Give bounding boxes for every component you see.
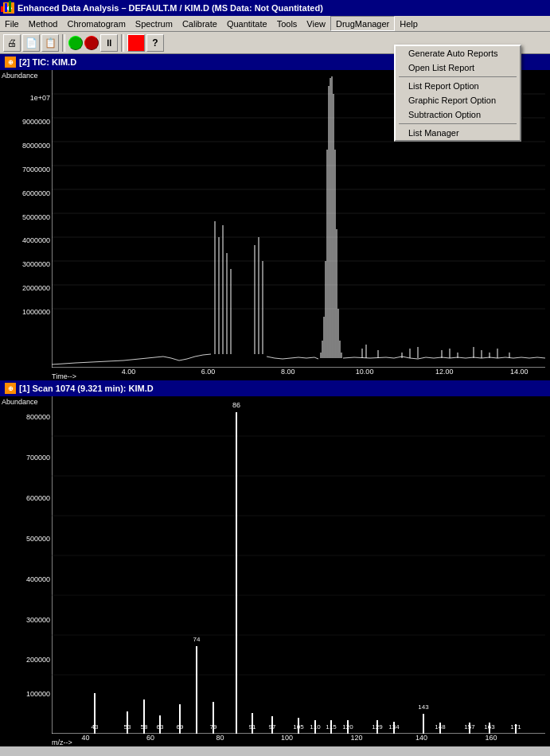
toolbar-print[interactable]: 🖨 [3, 34, 21, 52]
tic-panel-label: [2] TIC: KIM.D [19, 57, 76, 67]
menu-graphic-report-option[interactable]: Graphic Report Option [396, 93, 520, 107]
menu-quantitate[interactable]: Quantitate [222, 16, 272, 31]
menu-drugmanager[interactable]: DrugManager [330, 16, 395, 31]
menu-help[interactable]: Help [395, 16, 423, 31]
svg-text:53: 53 [124, 723, 131, 731]
menu-list-manager[interactable]: List Manager [396, 126, 520, 140]
menu-file[interactable]: File [0, 16, 24, 31]
scan-y-400k: 400000 [26, 575, 50, 583]
svg-text:129: 129 [372, 723, 383, 731]
svg-text:171: 171 [510, 723, 521, 731]
scan-x-60: 60 [146, 734, 154, 742]
tic-y-label-7m: 7000000 [22, 166, 50, 173]
app-title: Enhanced Data Analysis – DEFAULT.M / KIM… [18, 3, 323, 13]
scan-y-600k: 600000 [26, 494, 50, 502]
svg-text:74: 74 [193, 636, 201, 643]
svg-rect-2 [9, 1, 11, 12]
menu-method[interactable]: Method [24, 16, 63, 31]
tic-panel-icon: ⊕ [5, 57, 16, 68]
tic-y-label-2m: 2000000 [22, 284, 50, 292]
scan-x-title: m/z--> [52, 738, 72, 746]
scan-y-500k: 500000 [26, 535, 50, 543]
drugmanager-dropdown: Generate Auto Reports Open List Report L… [394, 45, 521, 142]
toolbar-red[interactable] [84, 36, 99, 50]
svg-text:148: 148 [435, 723, 446, 731]
menu-calibrate[interactable]: Calibrate [177, 16, 222, 31]
menu-bar: File Method Chromatogram Spectrum Calibr… [0, 16, 550, 32]
scan-svg: 43 53 58 63 69 74 79 86 91 97 [52, 396, 545, 734]
tic-x-label-12: 12.00 [435, 368, 454, 376]
scan-panel-label: [1] Scan 1074 (9.321 min): KIM.D [19, 384, 154, 393]
tic-y-label-1m: 1000000 [22, 308, 50, 316]
svg-text:86: 86 [232, 401, 240, 409]
scan-x-140: 140 [415, 734, 427, 742]
svg-text:120: 120 [342, 723, 353, 731]
tic-y-label-6m: 6000000 [22, 189, 50, 197]
toolbar-green[interactable] [68, 36, 83, 50]
toolbar-copy[interactable]: 📋 [41, 34, 59, 52]
scan-chart-container: Abundance 800000 700000 600000 500000 40… [0, 396, 550, 746]
toolbar-sep1 [62, 34, 65, 52]
title-bar: ◆ Enhanced Data Analysis – DEFAULT.M / K… [0, 0, 550, 16]
svg-text:63: 63 [157, 723, 164, 731]
svg-text:97: 97 [269, 723, 276, 731]
scan-panel-title-bar: ⊕ [1] Scan 1074 (9.321 min): KIM.D [0, 380, 550, 396]
tic-x-title: Time--> [52, 372, 76, 380]
scan-y-100k: 100000 [26, 690, 50, 698]
toolbar-pause[interactable]: ⏸ [100, 34, 118, 52]
svg-rect-1 [5, 3, 7, 12]
toolbar-new[interactable]: 📄 [22, 34, 40, 52]
scan-x-axis: m/z--> 40 60 80 100 120 140 160 [52, 734, 550, 746]
tic-y-title: Abundance [2, 72, 38, 80]
svg-text:134: 134 [388, 723, 400, 731]
svg-text:91: 91 [249, 723, 256, 731]
scan-y-700k: 700000 [26, 454, 50, 462]
tic-y-label-1e7: 1e+07 [30, 94, 50, 102]
tic-y-axis: Abundance 1e+07 9000000 8000000 7000000 … [0, 70, 52, 368]
scan-panel-icon: ⊕ [5, 383, 16, 394]
svg-text:43: 43 [92, 723, 99, 731]
tic-y-label-9m: 9000000 [22, 118, 50, 126]
scan-x-100: 100 [281, 734, 293, 742]
svg-text:105: 105 [293, 723, 304, 731]
scan-x-160: 160 [486, 734, 497, 742]
tic-x-label-6: 6.00 [201, 368, 216, 376]
svg-text:58: 58 [141, 723, 148, 731]
scan-y-800k: 800000 [26, 413, 50, 421]
svg-text:157: 157 [464, 723, 475, 731]
scan-x-80: 80 [216, 734, 224, 742]
tic-y-label-4m: 4000000 [22, 236, 50, 244]
svg-text:163: 163 [484, 723, 495, 731]
svg-text:115: 115 [326, 723, 337, 731]
svg-text:110: 110 [310, 723, 321, 731]
menu-list-report-option[interactable]: List Report Option [396, 79, 520, 93]
svg-text:69: 69 [177, 723, 184, 731]
scan-y-200k: 200000 [26, 656, 50, 664]
svg-text:79: 79 [210, 723, 217, 731]
scan-x-120: 120 [351, 734, 363, 742]
menu-view[interactable]: View [302, 16, 330, 31]
menu-spectrum[interactable]: Spectrum [131, 16, 177, 31]
toolbar-sep2 [121, 34, 124, 52]
tic-x-label-14: 14.00 [510, 368, 529, 376]
menu-tools[interactable]: Tools [272, 16, 302, 31]
dropdown-sep2 [399, 123, 517, 124]
svg-rect-0 [1, 6, 3, 12]
tic-y-label-5m: 5000000 [22, 213, 50, 221]
menu-generate-auto-reports[interactable]: Generate Auto Reports [396, 46, 520, 60]
tic-x-label-10: 10.00 [356, 368, 374, 376]
menu-open-list-report[interactable]: Open List Report [396, 60, 520, 75]
toolbar-help[interactable]: ? [146, 34, 164, 52]
scan-y-title: Abundance [2, 398, 38, 406]
toolbar-chart[interactable] [127, 34, 145, 52]
svg-text:143: 143 [418, 703, 429, 711]
menu-chromatogram[interactable]: Chromatogram [62, 16, 130, 31]
scan-y-300k: 300000 [26, 616, 50, 624]
scan-x-40: 40 [82, 734, 90, 742]
tic-y-label-3m: 3000000 [22, 260, 50, 268]
tic-y-label-8m: 8000000 [22, 142, 50, 150]
tic-x-label-4: 4.00 [122, 368, 136, 376]
dropdown-sep1 [399, 76, 517, 77]
tic-x-axis: Time--> 4.00 6.00 8.00 10.00 12.00 14.00 [52, 368, 550, 380]
menu-subtraction-option[interactable]: Subtraction Option [396, 107, 520, 122]
